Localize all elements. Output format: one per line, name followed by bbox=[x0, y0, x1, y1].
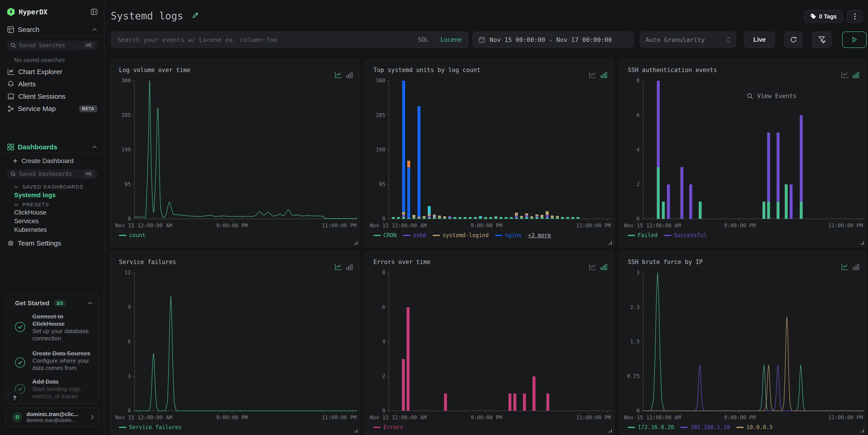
legend-item[interactable]: 10.0.0.5 bbox=[736, 424, 773, 430]
create-dashboard-button[interactable]: Create Dashboard bbox=[0, 155, 104, 166]
get-started-item[interactable]: Create Data Sources Configure where your… bbox=[32, 350, 96, 372]
avatar-initial: D bbox=[16, 414, 19, 420]
sidebar-item-search[interactable]: Search bbox=[0, 24, 104, 35]
legend-item[interactable]: 192.168.1.10 bbox=[680, 424, 730, 430]
legend-item[interactable]: 172.16.0.20 bbox=[628, 424, 674, 430]
service-map-icon bbox=[7, 105, 14, 112]
tags-button[interactable]: 0 Tags bbox=[804, 10, 843, 23]
y-axis-label: 2 bbox=[621, 181, 640, 187]
resize-handle[interactable] bbox=[354, 241, 358, 244]
edit-title-icon[interactable] bbox=[192, 12, 199, 19]
presets-section[interactable]: PRESETS bbox=[0, 201, 104, 208]
user-card[interactable]: D dominic.tran@clic... dominic.tran@clic… bbox=[5, 408, 99, 427]
legend-item[interactable]: sshd bbox=[403, 232, 426, 239]
chevron-up-icon[interactable] bbox=[88, 302, 93, 305]
y-axis-label: 9 bbox=[113, 304, 131, 310]
kbd-shortcut: ⌘K bbox=[84, 170, 94, 177]
page-title: Systemd logs bbox=[111, 10, 183, 22]
resize-handle[interactable] bbox=[861, 241, 864, 244]
legend-item[interactable]: Failed bbox=[628, 232, 658, 239]
y-axis-label: 0 bbox=[621, 216, 640, 222]
panel-log-volume: Log volume over time 095190285380Nov 15 … bbox=[111, 59, 360, 247]
saved-searches-input[interactable]: Saved Searches ⌘K bbox=[7, 40, 98, 50]
no-saved-searches-label: No saved searches bbox=[14, 57, 65, 64]
y-axis-label: 4 bbox=[621, 147, 640, 153]
resize-handle[interactable] bbox=[609, 429, 612, 432]
more-menu-button[interactable] bbox=[847, 10, 863, 23]
legend-item[interactable]: count bbox=[119, 232, 146, 239]
monitor-icon bbox=[7, 93, 14, 100]
sidebar-item-chart-explorer[interactable]: Chart Explorer bbox=[0, 66, 104, 78]
sidebar-item-client-sessions[interactable]: Client Sessions bbox=[0, 90, 104, 102]
sidebar-item-kubernetes[interactable]: Kubernetes bbox=[14, 226, 47, 234]
legend-item[interactable]: nginx bbox=[495, 232, 522, 239]
x-axis-label: 9:00:00 PM bbox=[191, 222, 273, 228]
y-axis-label: 6 bbox=[621, 112, 640, 118]
sidebar-item-alerts[interactable]: Alerts bbox=[0, 78, 104, 90]
dashboards-icon bbox=[7, 144, 14, 151]
saved-dashboards-section[interactable]: SAVED DASHBOARDS bbox=[0, 183, 104, 191]
chart-canvas bbox=[111, 252, 360, 435]
sidebar-item-service-map[interactable]: Service Map BETA bbox=[0, 102, 104, 115]
y-axis-label: 12 bbox=[113, 270, 131, 275]
x-axis-label: Nov 15 12:00:00 AM bbox=[370, 414, 427, 421]
granularity-select[interactable]: Auto Granularity bbox=[640, 31, 736, 48]
x-axis-label: 9:00:00 PM bbox=[699, 222, 781, 228]
filter-button[interactable] bbox=[812, 31, 832, 48]
chart-canvas bbox=[366, 252, 615, 435]
sidebar-item-services[interactable]: Services bbox=[14, 218, 38, 225]
get-started-item[interactable]: Add Data Start sending logs, metrics, or… bbox=[32, 378, 96, 400]
collapse-sidebar-icon[interactable] bbox=[91, 8, 98, 15]
get-started-item[interactable]: Connect to ClickHouse Set up your databa… bbox=[32, 313, 93, 342]
check-circle-icon bbox=[15, 358, 25, 368]
logo-row: HyperDX bbox=[0, 6, 104, 18]
y-axis-label: 0 bbox=[113, 216, 131, 222]
sidebar-item-systemd-logs[interactable]: Systemd logs bbox=[14, 191, 56, 199]
avatar: D bbox=[12, 412, 22, 422]
legend-item[interactable]: Service failures bbox=[119, 424, 182, 430]
play-icon bbox=[851, 36, 858, 43]
y-axis-label: 95 bbox=[367, 181, 385, 187]
saved-dashboards-input[interactable]: Saved Dashboards ⌘K bbox=[7, 169, 98, 179]
sidebar-item-clickhouse[interactable]: ClickHouse bbox=[14, 209, 46, 216]
y-axis-label: 1.5 bbox=[621, 339, 640, 344]
main-content: Systemd logs 0 Tags Search your events w… bbox=[105, 0, 868, 435]
get-started-title: Get Started bbox=[15, 300, 50, 307]
legend-item[interactable]: Errors bbox=[373, 424, 403, 430]
y-axis-label: 8 bbox=[621, 77, 640, 84]
tag-icon bbox=[810, 13, 816, 20]
user-name: dominic.tran@clic... bbox=[26, 411, 78, 417]
live-button[interactable]: Live bbox=[744, 31, 775, 48]
sidebar-item-team-settings[interactable]: Team Settings bbox=[0, 237, 104, 249]
sidebar-item-dashboards[interactable]: Dashboards bbox=[0, 141, 104, 153]
x-axis-label: 9:00:00 PM bbox=[191, 414, 273, 421]
sql-toggle[interactable]: SQL bbox=[418, 36, 429, 43]
chevron-up-icon bbox=[92, 146, 97, 149]
event-search-input[interactable]: Search your events w/ Lucene ex. column:… bbox=[111, 31, 469, 48]
panel-top-systemd-units: Top systemd units by log count 095190285… bbox=[365, 59, 614, 247]
view-events-button[interactable]: View Events bbox=[747, 93, 797, 99]
y-axis-label: 95 bbox=[113, 181, 131, 187]
legend-item[interactable]: CRON bbox=[373, 232, 397, 239]
refresh-button[interactable] bbox=[784, 31, 803, 48]
search-placeholder: Search your events w/ Lucene ex. column:… bbox=[118, 36, 418, 43]
y-axis-label: 285 bbox=[113, 112, 131, 118]
resize-handle[interactable] bbox=[609, 241, 612, 244]
chart-canvas bbox=[620, 252, 867, 435]
legend-item[interactable]: systemd-logind bbox=[433, 232, 489, 239]
resize-handle[interactable] bbox=[861, 429, 864, 432]
x-axis-label: Nov 15 12:00:00 AM bbox=[115, 414, 172, 421]
get-started-progress-badge: 3/3 bbox=[53, 300, 66, 307]
panel-errors-over-time: Errors over time 02468Nov 15 12:00:00 AM… bbox=[365, 251, 614, 435]
help-button[interactable]: ? bbox=[8, 391, 22, 405]
legend-more[interactable]: +3 more bbox=[528, 232, 551, 239]
y-axis-label: 2 bbox=[367, 373, 385, 379]
y-axis-label: 285 bbox=[367, 112, 385, 118]
resize-handle[interactable] bbox=[354, 429, 358, 432]
run-query-button[interactable] bbox=[842, 31, 867, 48]
x-axis-label: Nov 15 12:00:00 AM bbox=[115, 222, 172, 228]
date-range-input[interactable]: Nov 15 00:00:00 - Nov 17 00:00:00 bbox=[472, 31, 634, 48]
lucene-toggle[interactable]: Lucene bbox=[440, 36, 462, 43]
x-axis-label: 11:00:00 PM bbox=[576, 414, 611, 421]
legend-item[interactable]: Successful bbox=[664, 232, 707, 239]
